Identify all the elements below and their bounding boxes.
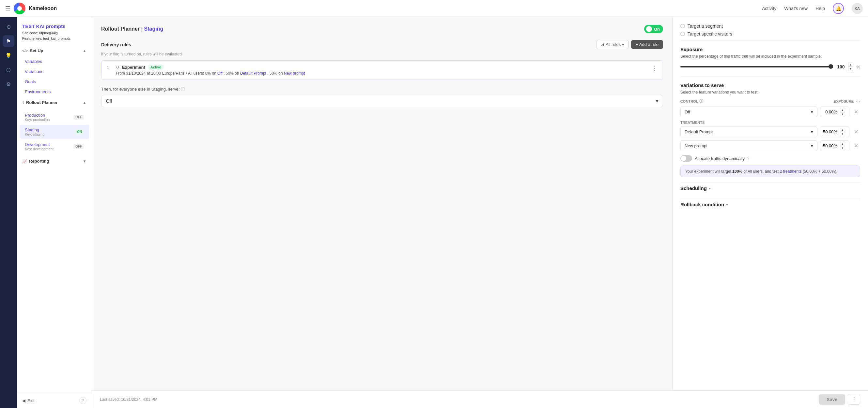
rule-off-link[interactable]: Off <box>217 71 222 76</box>
whats-new-link[interactable]: What's new <box>784 6 808 11</box>
allocate-help-icon[interactable]: ? <box>747 156 749 161</box>
target-visitors-row[interactable]: Target specific visitors <box>680 31 860 36</box>
add-rule-button[interactable]: + Add a rule <box>631 40 663 49</box>
control-info-icon[interactable]: ⓘ <box>699 98 703 104</box>
treatment-1-stepper-up[interactable]: ▲ <box>840 142 845 146</box>
exposure-stepper-up[interactable]: ▲ <box>848 63 853 67</box>
rail-lightbulb-icon[interactable]: 💡 <box>3 49 14 61</box>
env-item-staging[interactable]: Staging Key: staging ON <box>20 125 89 139</box>
serve-info-icon[interactable]: ⓘ <box>181 87 185 92</box>
target-segment-radio[interactable] <box>680 24 685 28</box>
control-stepper-down[interactable]: ▼ <box>840 112 845 116</box>
save-button[interactable]: Save <box>819 394 845 405</box>
slider-thumb[interactable] <box>829 64 833 69</box>
sidebar-item-environments[interactable]: Environments <box>20 87 89 97</box>
rail-dashboard-icon[interactable]: ⊙ <box>3 21 14 33</box>
delivery-title: Delivery rules <box>101 42 131 47</box>
exposure-slider-track[interactable] <box>680 66 831 67</box>
target-visitors-radio[interactable] <box>680 32 685 36</box>
env-production-info: Production Key: production <box>25 113 50 122</box>
treatment-0-stepper[interactable]: ▲ ▼ <box>840 128 845 136</box>
control-col-label: CONTROL ⓘ <box>680 98 703 104</box>
site-code-label: Site code: <box>22 31 38 35</box>
info-treatments-link[interactable]: 2 treatments <box>780 169 802 174</box>
rollout-chevron-icon: ▲ <box>83 100 87 105</box>
treatment-0-remove-button[interactable]: ✕ <box>852 128 860 136</box>
sidebar-item-goals[interactable]: Goals <box>20 76 89 87</box>
allocate-label: Allocate traffic dynamically <box>695 156 745 161</box>
rail-flag-icon[interactable]: ⚑ <box>3 35 14 47</box>
rail-settings-icon[interactable]: ⚙ <box>3 78 14 90</box>
env-development-badge: OFF <box>73 144 84 149</box>
sidebar-project-title[interactable]: TEST KAI prompts <box>22 24 87 29</box>
exit-button[interactable]: ◀ Exit <box>22 398 35 403</box>
sidebar-item-variables[interactable]: Variables <box>20 56 89 66</box>
env-item-production[interactable]: Production Key: production OFF <box>20 110 89 124</box>
control-remove-button[interactable]: ✕ <box>852 107 860 116</box>
right-panel: Target a segment Target specific visitor… <box>672 17 868 408</box>
allocate-toggle[interactable] <box>680 155 692 162</box>
activity-link[interactable]: Activity <box>762 6 776 11</box>
target-segment-row[interactable]: Target a segment <box>680 24 860 29</box>
treatment-1-exposure-input[interactable] <box>820 141 840 151</box>
sidebar-rollout-header[interactable]: ⌇ Rollout Planner ▲ <box>20 97 89 108</box>
treatment-0-exposure-group: ▲ ▼ <box>820 127 849 137</box>
delivery-header: Delivery rules ⊿ All rules ▾ + Add a rul… <box>101 40 663 49</box>
treatment-0-stepper-down[interactable]: ▼ <box>840 132 845 136</box>
treatment-1-exposure-group: ▲ ▼ <box>820 140 849 151</box>
env-item-development[interactable]: Development Key: development OFF <box>20 139 89 154</box>
exit-label: Exit <box>27 398 35 403</box>
rule-body: ↺ Experiment Active From 31/10/2024 at 1… <box>116 65 648 76</box>
icon-rail: ⊙ ⚑ 💡 ⬡ ⚙ <box>0 17 17 408</box>
treatment-0-stepper-up[interactable]: ▲ <box>840 128 845 132</box>
treatment-1-select[interactable]: New prompt ▾ <box>680 140 817 151</box>
treatment-0-exposure-input[interactable] <box>820 127 840 137</box>
exposure-unit: % <box>856 65 860 69</box>
on-off-toggle[interactable]: On <box>644 25 663 33</box>
exposure-stepper-down[interactable]: ▼ <box>848 67 853 71</box>
rule-active-badge: Active <box>148 65 164 70</box>
rule-default-prompt-link[interactable]: Default Prompt <box>240 71 266 76</box>
env-staging-badge: ON <box>75 129 84 134</box>
variations-section: Variations to serve Select the feature v… <box>680 82 860 177</box>
toggle-ball <box>646 26 652 32</box>
main-content: Rollout Planner | Staging On Delivery ru… <box>92 17 868 408</box>
rule-menu-button[interactable]: ⋮ <box>652 65 657 72</box>
sidebar-reporting-section: 📈 Reporting ▼ <box>17 156 92 167</box>
treatment-0-select[interactable]: Default Prompt ▾ <box>680 127 817 137</box>
user-avatar[interactable]: KA <box>852 3 863 14</box>
brand-name: Kameleoon <box>29 5 57 11</box>
exposure-desc: Select the percentage of this traffic th… <box>680 54 860 59</box>
sidebar-item-variations[interactable]: Variations <box>20 66 89 76</box>
all-rules-button[interactable]: ⊿ All rules ▾ <box>596 40 628 49</box>
help-link[interactable]: Help <box>815 6 825 11</box>
control-exposure-input[interactable] <box>820 107 840 117</box>
sidebar-help-icon[interactable]: ? <box>79 397 87 404</box>
treatment-1-stepper[interactable]: ▲ ▼ <box>840 142 845 150</box>
treatment-1-remove-button[interactable]: ✕ <box>852 141 860 150</box>
sidebar-reporting-header[interactable]: 📈 Reporting ▼ <box>20 156 89 167</box>
rollback-header[interactable]: Rollback condition ▾ <box>680 199 860 210</box>
serve-label: Then, for everyone else in Staging, serv… <box>101 87 663 92</box>
treatment-0-chevron-icon: ▾ <box>811 129 813 134</box>
notifications-avatar[interactable]: 🔔 <box>833 3 844 14</box>
treatment-1-stepper-down[interactable]: ▼ <box>840 146 845 150</box>
control-select[interactable]: Off ▾ <box>680 107 817 117</box>
exposure-stepper[interactable]: ▲ ▼ <box>848 63 853 71</box>
control-stepper-up[interactable]: ▲ <box>840 108 845 112</box>
env-link[interactable]: Staging <box>144 26 163 32</box>
scheduling-chevron-icon: ▾ <box>709 186 711 191</box>
more-options-button[interactable]: ⋮ <box>848 394 860 405</box>
hamburger-icon[interactable]: ☰ <box>5 5 10 12</box>
app-body: ⊙ ⚑ 💡 ⬡ ⚙ TEST KAI prompts Site code: 0f… <box>0 17 868 408</box>
delivery-controls: ⊿ All rules ▾ + Add a rule <box>596 40 663 49</box>
rules-chevron-icon: ▾ <box>622 42 624 47</box>
serve-dropdown[interactable]: Off ▾ <box>101 95 663 107</box>
resize-button[interactable]: ⇔ <box>856 99 860 104</box>
sidebar-setup-header[interactable]: </> Set Up ▲ <box>20 45 89 56</box>
delivery-hint: If your flag is turned on, rules will be… <box>101 52 663 56</box>
scheduling-header[interactable]: Scheduling ▾ <box>680 182 860 194</box>
control-exposure-stepper[interactable]: ▲ ▼ <box>840 108 845 116</box>
rule-new-prompt-link[interactable]: New prompt <box>284 71 305 76</box>
rail-network-icon[interactable]: ⬡ <box>3 64 14 76</box>
